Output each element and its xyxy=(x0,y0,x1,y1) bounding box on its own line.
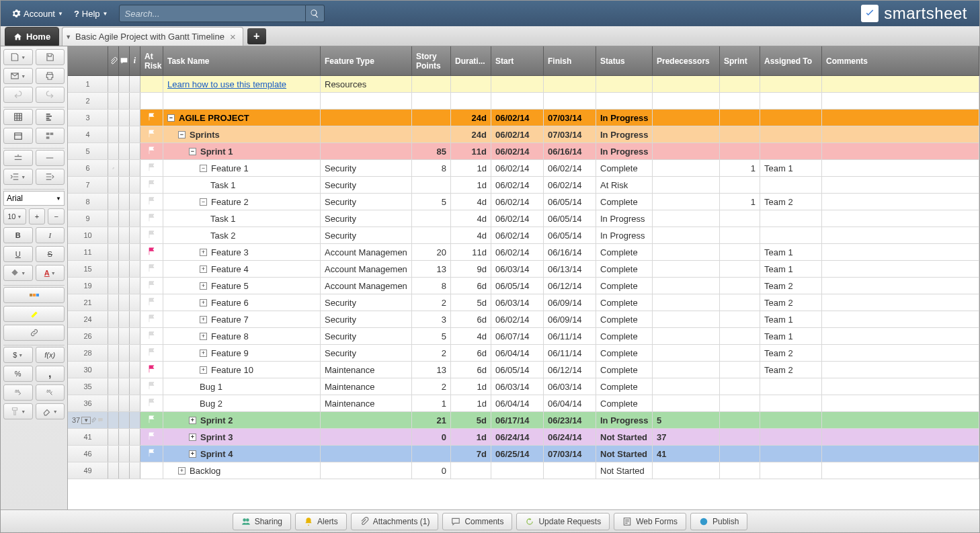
cell-discussion[interactable] xyxy=(119,244,130,260)
cell-start[interactable]: 06/05/14 xyxy=(491,362,544,378)
cell-predecessors[interactable] xyxy=(653,311,720,327)
cell-info[interactable] xyxy=(130,160,140,176)
cell-status[interactable] xyxy=(596,93,653,109)
table-row[interactable]: 9Task 1Security4d06/02/1406/05/14In Prog… xyxy=(68,210,979,227)
clear-format-button[interactable]: ▼ xyxy=(36,403,65,419)
cell-attach[interactable] xyxy=(108,126,119,142)
cell-status[interactable]: Complete xyxy=(596,278,653,294)
cell-duration[interactable]: 1d xyxy=(451,429,491,445)
cell-status[interactable]: Not Started xyxy=(596,429,653,445)
cell-status[interactable]: At Risk xyxy=(596,177,653,193)
cell-start[interactable]: 06/03/14 xyxy=(491,261,544,277)
cell-task[interactable]: +Sprint 4 xyxy=(163,446,321,462)
cell-attach[interactable] xyxy=(108,160,119,176)
cell-duration[interactable]: 9d xyxy=(451,261,491,277)
cell-assigned[interactable]: Team 2 xyxy=(760,294,822,311)
cell-story[interactable]: 5 xyxy=(412,328,451,344)
cell-finish[interactable]: 06/12/14 xyxy=(544,362,596,378)
table-row[interactable]: 37▼+Sprint 2215d06/17/1406/23/14In Progr… xyxy=(68,412,979,429)
cell-start[interactable] xyxy=(491,76,544,92)
cell-info[interactable] xyxy=(130,294,140,311)
cell-comments[interactable] xyxy=(822,177,979,193)
tab-add-button[interactable]: + xyxy=(247,28,266,44)
cell-info[interactable] xyxy=(130,126,140,142)
cell-info[interactable] xyxy=(130,177,140,193)
cell-info[interactable] xyxy=(130,244,140,260)
cell-duration[interactable]: 24d xyxy=(451,110,491,126)
cell-assigned[interactable]: Team 1 xyxy=(760,160,822,176)
cell-attach[interactable] xyxy=(108,76,119,92)
cell-risk[interactable] xyxy=(140,395,163,411)
cell-story[interactable] xyxy=(412,210,451,227)
cell-start[interactable]: 06/02/14 xyxy=(491,311,544,327)
cell-assigned[interactable]: Team 1 xyxy=(760,244,822,260)
cell-start[interactable]: 06/25/14 xyxy=(491,446,544,462)
table-row[interactable]: 35Bug 1Maintenance21d06/03/1406/03/14Com… xyxy=(68,378,979,395)
cell-predecessors[interactable] xyxy=(653,227,720,243)
cell-predecessors[interactable] xyxy=(653,160,720,176)
cell-story[interactable]: 2 xyxy=(412,378,451,395)
cell-task[interactable]: +Feature 6 xyxy=(163,294,321,311)
cell-task[interactable]: Task 2 xyxy=(163,227,321,243)
cell-predecessors[interactable] xyxy=(653,395,720,411)
cell-story[interactable]: 21 xyxy=(412,412,451,428)
cell-comments[interactable] xyxy=(822,194,979,210)
cell-task[interactable]: +Feature 8 xyxy=(163,328,321,344)
cell-sprint[interactable] xyxy=(720,446,760,462)
row-number[interactable]: 41 xyxy=(68,429,108,445)
expand-toggle[interactable]: + xyxy=(189,450,196,458)
cell-sprint[interactable]: 1 xyxy=(720,194,760,210)
cell-assigned[interactable] xyxy=(760,412,822,428)
table-row[interactable]: 5−Sprint 18511d06/02/1406/16/14In Progre… xyxy=(68,143,979,160)
cell-status[interactable]: Complete xyxy=(596,345,653,361)
cell-discussion[interactable] xyxy=(119,362,130,378)
cell-predecessors[interactable] xyxy=(653,194,720,210)
cell-sprint[interactable] xyxy=(720,210,760,227)
tab-close-button[interactable]: × xyxy=(229,31,237,42)
cell-sprint[interactable] xyxy=(720,378,760,395)
expand-toggle[interactable]: + xyxy=(200,316,207,323)
cell-assigned[interactable] xyxy=(760,126,822,142)
cell-attach[interactable] xyxy=(108,143,119,159)
email-button[interactable]: ▼ xyxy=(3,68,33,84)
col-story[interactable]: Story Points xyxy=(412,46,451,75)
cell-sprint[interactable] xyxy=(720,278,760,294)
strikethrough-button[interactable]: S xyxy=(36,246,65,262)
underline-button[interactable]: U xyxy=(3,246,33,262)
cell-duration[interactable]: 6d xyxy=(451,362,491,378)
table-row[interactable]: 7Task 1Security1d06/02/1406/02/14At Risk xyxy=(68,177,979,194)
cell-discussion[interactable] xyxy=(119,395,130,411)
cell-task[interactable]: +Backlog xyxy=(163,462,321,479)
cell-discussion[interactable] xyxy=(119,93,130,109)
row-number[interactable]: 10 xyxy=(68,227,108,243)
cell-info[interactable] xyxy=(130,395,140,411)
table-row[interactable]: 2 xyxy=(68,93,979,110)
cell-predecessors[interactable] xyxy=(653,76,720,92)
cell-attach[interactable] xyxy=(108,412,119,428)
cell-duration[interactable] xyxy=(451,462,491,479)
cell-status[interactable]: Complete xyxy=(596,362,653,378)
cell-finish[interactable]: 06/04/14 xyxy=(544,395,596,411)
cell-comments[interactable] xyxy=(822,110,979,126)
cell-feature[interactable]: Security xyxy=(321,194,412,210)
font-color-button[interactable]: A▼ xyxy=(36,265,65,281)
cell-feature[interactable]: Maintenance xyxy=(321,395,412,411)
cell-status[interactable]: Not Started xyxy=(596,446,653,462)
cell-predecessors[interactable] xyxy=(653,210,720,227)
row-number[interactable]: 6 xyxy=(68,160,108,176)
cell-task[interactable]: −Sprint 1 xyxy=(163,143,321,159)
table-row[interactable]: 49+Backlog0Not Started xyxy=(68,462,979,479)
cell-story[interactable]: 85 xyxy=(412,143,451,159)
cell-finish[interactable] xyxy=(544,76,596,92)
cell-duration[interactable]: 4d xyxy=(451,194,491,210)
cell-duration[interactable]: 4d xyxy=(451,210,491,227)
cell-story[interactable]: 13 xyxy=(412,261,451,277)
cell-sprint[interactable] xyxy=(720,261,760,277)
grid-view-button[interactable] xyxy=(3,109,33,125)
cell-status[interactable] xyxy=(596,76,653,92)
cell-duration[interactable]: 1d xyxy=(451,378,491,395)
cell-start[interactable]: 06/17/14 xyxy=(491,412,544,428)
cell-sprint[interactable] xyxy=(720,362,760,378)
cell-finish[interactable]: 06/16/14 xyxy=(544,244,596,260)
row-number[interactable]: 1 xyxy=(68,76,108,92)
